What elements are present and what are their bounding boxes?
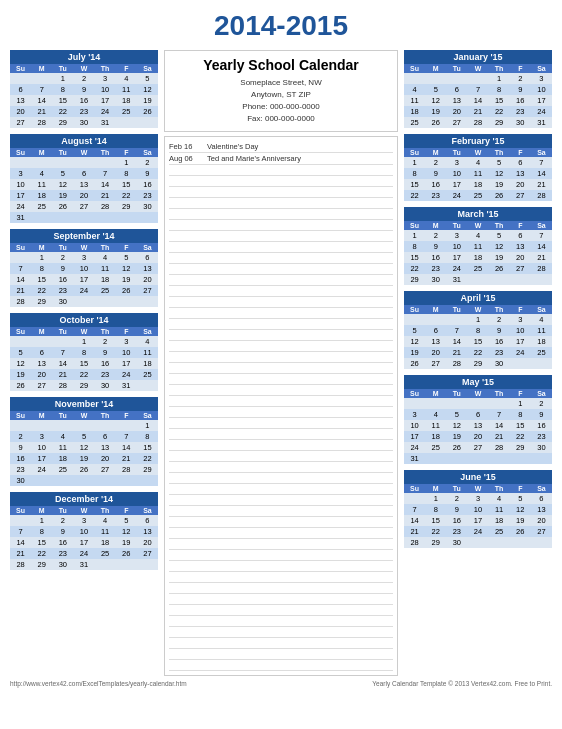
calendar-day: 21 <box>31 106 52 117</box>
month-block: April '15SuMTuWThFSa12345678910111213141… <box>404 291 552 369</box>
calendar-day: 23 <box>489 347 510 358</box>
calendar-day <box>425 73 446 84</box>
calendar-day: 4 <box>531 314 552 325</box>
calendar-day: 28 <box>531 190 552 201</box>
right-calendar-col: January '15SuMTuWThFSa123456789101112131… <box>404 50 552 676</box>
calendar-day: 6 <box>510 157 531 168</box>
note-line <box>169 495 393 506</box>
note-line <box>169 539 393 550</box>
note-line <box>169 330 393 341</box>
calendar-table: SuMTuWThFSa12345678910111213141516171819… <box>404 64 552 128</box>
note-line <box>169 583 393 594</box>
month-header: July '14 <box>10 50 158 64</box>
calendar-day <box>425 453 446 464</box>
calendar-day: 8 <box>116 168 137 179</box>
calendar-day: 11 <box>95 263 116 274</box>
calendar-day: 14 <box>31 95 52 106</box>
calendar-day: 8 <box>31 263 52 274</box>
calendar-day: 21 <box>467 106 488 117</box>
note-line <box>169 462 393 473</box>
calendar-day: 28 <box>95 201 116 212</box>
calendar-day: 26 <box>116 548 137 559</box>
note-line <box>169 594 393 605</box>
calendar-day: 26 <box>489 190 510 201</box>
page-title: 2014-2015 <box>10 10 552 42</box>
calendar-day: 22 <box>137 453 158 464</box>
calendar-day: 26 <box>425 117 446 128</box>
calendar-day: 19 <box>116 274 137 285</box>
calendar-day: 11 <box>137 347 158 358</box>
calendar-day: 7 <box>10 526 31 537</box>
calendar-day: 20 <box>425 347 446 358</box>
day-header: W <box>73 243 94 252</box>
calendar-day: 26 <box>446 442 467 453</box>
day-header: Th <box>489 148 510 157</box>
calendar-day: 20 <box>446 106 467 117</box>
month-header: March '15 <box>404 207 552 221</box>
calendar-day: 22 <box>404 263 425 274</box>
calendar-day: 18 <box>404 106 425 117</box>
calendar-day <box>425 398 446 409</box>
calendar-day: 16 <box>10 453 31 464</box>
calendar-day: 17 <box>510 336 531 347</box>
calendar-day: 28 <box>10 559 31 570</box>
note-line <box>169 649 393 660</box>
month-block: September '14SuMTuWThFSa1234567891011121… <box>10 229 158 307</box>
calendar-day: 29 <box>404 274 425 285</box>
month-header: December '14 <box>10 492 158 506</box>
calendar-day: 16 <box>425 179 446 190</box>
day-header: Tu <box>446 389 467 398</box>
calendar-day: 18 <box>467 252 488 263</box>
calendar-day: 2 <box>510 73 531 84</box>
calendar-day: 6 <box>446 84 467 95</box>
day-header: Th <box>95 506 116 515</box>
note-line <box>169 396 393 407</box>
calendar-day <box>31 157 52 168</box>
calendar-day: 13 <box>531 504 552 515</box>
calendar-day: 19 <box>73 453 94 464</box>
calendar-day: 6 <box>137 252 158 263</box>
calendar-day: 3 <box>116 336 137 347</box>
note-line <box>169 363 393 374</box>
calendar-day: 11 <box>467 241 488 252</box>
day-header: M <box>31 411 52 420</box>
note-line <box>169 264 393 275</box>
day-header: Su <box>404 389 425 398</box>
calendar-day <box>73 420 94 431</box>
calendar-day: 24 <box>446 263 467 274</box>
note-line <box>169 275 393 286</box>
calendar-day: 17 <box>95 95 116 106</box>
calendar-day: 13 <box>446 95 467 106</box>
calendar-day: 22 <box>31 548 52 559</box>
day-header: Sa <box>531 64 552 73</box>
calendar-day <box>10 515 31 526</box>
day-header: Sa <box>137 327 158 336</box>
day-header: Sa <box>137 506 158 515</box>
note-line <box>169 506 393 517</box>
calendar-day: 14 <box>467 95 488 106</box>
calendar-day <box>137 559 158 570</box>
calendar-day: 13 <box>467 420 488 431</box>
calendar-day: 4 <box>116 73 137 84</box>
calendar-day: 16 <box>531 420 552 431</box>
day-header: W <box>467 389 488 398</box>
day-header: M <box>31 506 52 515</box>
calendar-day: 12 <box>425 95 446 106</box>
calendar-day: 19 <box>52 190 73 201</box>
calendar-day: 23 <box>510 106 531 117</box>
day-header: F <box>116 506 137 515</box>
day-header: Th <box>95 148 116 157</box>
footer: http://www.vertex42.com/ExcelTemplates/y… <box>10 680 552 687</box>
calendar-day: 30 <box>52 296 73 307</box>
calendar-day: 2 <box>531 398 552 409</box>
calendar-day: 26 <box>404 358 425 369</box>
calendar-day: 10 <box>404 420 425 431</box>
calendar-day: 13 <box>137 526 158 537</box>
calendar-day: 9 <box>489 325 510 336</box>
calendar-day: 5 <box>510 493 531 504</box>
calendar-day <box>510 537 531 548</box>
day-header: M <box>425 64 446 73</box>
calendar-day: 5 <box>489 157 510 168</box>
calendar-day: 12 <box>73 442 94 453</box>
calendar-day: 10 <box>10 179 31 190</box>
